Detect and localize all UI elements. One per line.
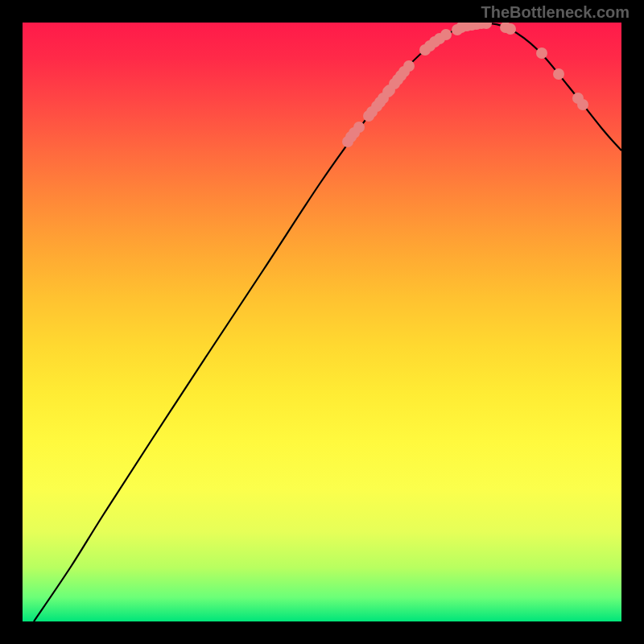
data-markers (342, 23, 588, 147)
data-marker (403, 60, 415, 72)
data-marker (536, 47, 547, 59)
watermark-text: TheBottleneck.com (481, 3, 630, 22)
data-marker (353, 122, 365, 133)
data-marker (440, 29, 452, 40)
data-marker (505, 23, 516, 35)
data-marker (577, 99, 588, 110)
bottleneck-curve (34, 23, 621, 621)
data-marker (553, 68, 564, 80)
chart-svg (23, 23, 621, 621)
plot-area (23, 23, 621, 621)
